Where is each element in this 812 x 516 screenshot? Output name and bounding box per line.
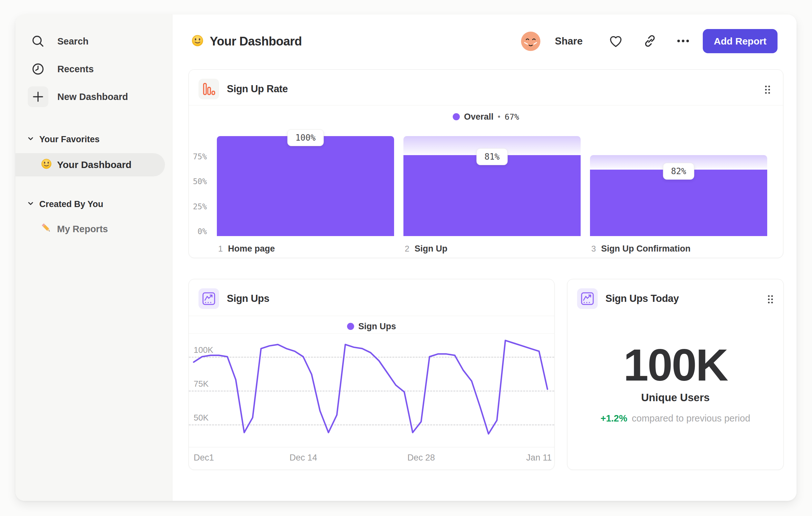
sidebar-section-created-by-you[interactable]: Created By You: [27, 196, 167, 212]
favorite-button[interactable]: [605, 31, 626, 52]
heart-icon: [608, 33, 624, 50]
sidebar-section-your-favorites[interactable]: Your Favorites: [27, 132, 167, 147]
section-header-label: Created By You: [39, 199, 104, 209]
funnel-category-label: 1Home page: [218, 244, 275, 254]
funnel-y-tick: 50%: [189, 177, 207, 186]
sidebar-item-label: New Dashboard: [57, 91, 128, 102]
x-axis-tick: Jan 11: [526, 453, 552, 463]
funnel-category-label: 3Sign Up Confirmation: [591, 244, 691, 254]
funnel-step-number: 2: [405, 244, 409, 254]
funnel-bar-value-tooltip: 82%: [663, 163, 694, 180]
funnel-chart: 75%50%25%0%100%1Home page81%2Sign Up82%3…: [189, 70, 783, 258]
app-window: Search Recents New Dashboard Your Favori…: [16, 15, 796, 501]
ellipsis-icon: [675, 33, 692, 50]
drag-handle-icon[interactable]: [764, 292, 777, 306]
page-header: Your Dashboard: [191, 29, 302, 54]
funnel-bar: [403, 155, 581, 236]
page-title: Your Dashboard: [210, 34, 302, 48]
x-axis-line: [189, 447, 554, 447]
funnel-bar: [217, 136, 394, 236]
sidebar-item-label: Your Dashboard: [57, 159, 132, 170]
smiley-icon: [40, 158, 52, 172]
line-series: [189, 336, 555, 447]
sign-ups-today-card: Sign Ups Today 100K Unique Users +1.2% c…: [567, 279, 784, 470]
chevron-down-icon: [27, 199, 34, 209]
card-header: Sign Ups Today: [577, 288, 679, 309]
funnel-step-number: 3: [591, 244, 596, 254]
search-icon: [30, 33, 46, 49]
sidebar-item-recents[interactable]: Recents: [30, 59, 167, 79]
add-report-button[interactable]: Add Report: [703, 29, 778, 53]
pencil-icon: [40, 222, 52, 236]
avatar[interactable]: [520, 31, 541, 52]
link-icon: [642, 33, 657, 49]
share-button[interactable]: Share: [555, 31, 583, 52]
line-chart-icon: [577, 288, 598, 309]
section-header-label: Your Favorites: [39, 134, 99, 144]
funnel-step-name: Home page: [228, 244, 275, 254]
card-title[interactable]: Sign Ups Today: [605, 293, 679, 304]
sidebar-item-label: Search: [57, 36, 89, 47]
sidebar: Search Recents New Dashboard Your Favori…: [16, 15, 172, 501]
x-axis-tick: Dec 28: [407, 453, 435, 463]
metric-delta-note: compared to previous period: [632, 413, 750, 424]
sign-up-rate-card: Sign Up Rate Overall • 67% 75%50%25%0%10…: [188, 69, 783, 258]
sidebar-item-your-dashboard-selected[interactable]: Your Dashboard: [16, 153, 165, 176]
funnel-step-name: Sign Up Confirmation: [601, 244, 690, 254]
metric-delta: +1.2%: [601, 413, 627, 424]
x-axis-tick: Dec1: [194, 453, 214, 463]
sidebar-item-my-reports[interactable]: My Reports: [40, 219, 108, 239]
line-chart: 100K75K50KDec1Dec 14Dec 28Jan 11: [189, 279, 554, 469]
funnel-y-tick: 25%: [189, 202, 207, 211]
smiley-icon: [191, 34, 204, 48]
metric-label: Unique Users: [568, 391, 783, 404]
main-content: Your Dashboard Share Add Report: [172, 15, 796, 501]
funnel-y-tick: 0%: [189, 227, 207, 236]
funnel-bar-value-tooltip: 100%: [287, 129, 324, 146]
share-label: Share: [555, 35, 583, 47]
funnel-bar-value-tooltip: 81%: [476, 148, 508, 165]
more-options-button[interactable]: [673, 31, 693, 52]
chevron-down-icon: [27, 134, 34, 144]
sidebar-item-search[interactable]: Search: [30, 31, 167, 52]
metric-delta-row: +1.2% compared to previous period: [568, 413, 783, 424]
plus-icon: [28, 86, 48, 107]
funnel-category-label: 2Sign Up: [405, 244, 447, 254]
funnel-step-name: Sign Up: [414, 244, 447, 254]
funnel-step-number: 1: [218, 244, 223, 254]
sidebar-item-new-dashboard[interactable]: New Dashboard: [30, 86, 167, 107]
copy-link-button[interactable]: [640, 31, 660, 52]
sidebar-item-label: Recents: [57, 64, 94, 75]
metric-value: 100K: [568, 339, 783, 391]
funnel-y-tick: 75%: [189, 152, 207, 161]
x-axis-tick: Dec 14: [290, 453, 317, 463]
sign-ups-card: Sign Ups Sign Ups 100K75K50KDec1Dec 14De…: [188, 279, 555, 470]
clock-icon: [30, 61, 46, 77]
sidebar-item-label: My Reports: [57, 224, 108, 235]
